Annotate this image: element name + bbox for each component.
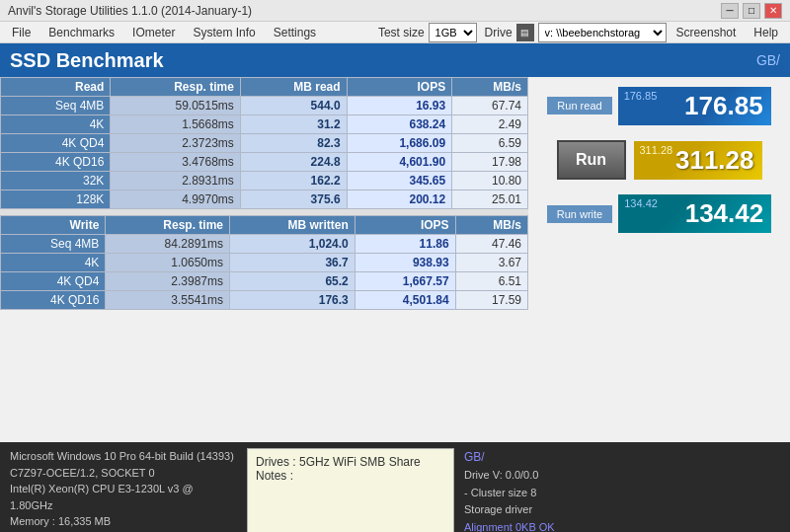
write-table-row: 4K1.0650ms36.7938.933.67 xyxy=(1,254,528,272)
notes-info: Notes : xyxy=(256,469,445,483)
read-cell-0-4: 67.74 xyxy=(452,97,528,115)
drive-info-line3: Storage driver xyxy=(464,501,780,519)
read-table-row: Seq 4MB59.0515ms544.016.9367.74 xyxy=(1,97,528,115)
read-cell-3-0: 4K QD16 xyxy=(1,153,111,172)
read-cell-5-0: 128K xyxy=(1,190,111,209)
menu-benchmarks[interactable]: Benchmarks xyxy=(40,23,122,42)
menu-bar: File Benchmarks IOmeter System Info Sett… xyxy=(0,22,790,43)
menu-settings[interactable]: Settings xyxy=(266,23,324,42)
read-cell-2-1: 2.3723ms xyxy=(111,134,241,153)
bottom-middle: Drives : 5GHz WiFi SMB Share Notes : xyxy=(247,448,454,532)
ssd-benchmark-title: SSD Benchmark xyxy=(10,49,164,72)
read-table-row: 4K QD163.4768ms224.84,601.9017.98 xyxy=(1,153,528,172)
test-size-control: Test size 1GB xyxy=(378,23,477,42)
read-score-display: 176.85 176.85 xyxy=(618,87,771,125)
read-cell-3-2: 224.8 xyxy=(240,153,347,172)
bottom-right: GB/ Drive V: 0.0/0.0 - Cluster size 8 St… xyxy=(464,448,780,532)
read-table: Read Resp. time MB read IOPS MB/s Seq 4M… xyxy=(0,77,528,209)
write-cell-0-1: 84.2891ms xyxy=(106,235,230,254)
ssd-header: SSD Benchmark GB/ xyxy=(0,43,790,77)
test-size-select[interactable]: 1GB xyxy=(429,23,477,42)
read-cell-4-0: 32K xyxy=(1,172,111,190)
write-table-row: Seq 4MB84.2891ms1,024.011.8647.46 xyxy=(1,235,528,254)
read-cell-5-4: 25.01 xyxy=(452,190,528,209)
total-score-display: 311.28 311.28 xyxy=(634,141,762,180)
read-cell-1-4: 2.49 xyxy=(452,115,528,134)
read-cell-2-2: 82.3 xyxy=(240,134,347,153)
total-score-small: 311.28 xyxy=(640,144,673,156)
read-score-big: 176.85 xyxy=(684,91,763,120)
run-button[interactable]: Run xyxy=(557,140,626,180)
close-button[interactable]: ✕ xyxy=(764,3,782,19)
read-table-row: 32K2.8931ms162.2345.6510.80 xyxy=(1,172,528,190)
read-cell-4-2: 162.2 xyxy=(240,172,347,190)
minimize-button[interactable]: ─ xyxy=(721,3,739,19)
write-header-mbs: MB/s xyxy=(455,216,527,235)
maximize-button[interactable]: □ xyxy=(743,3,760,19)
read-cell-1-2: 31.2 xyxy=(240,115,347,134)
read-cell-4-3: 345.65 xyxy=(347,172,452,190)
menu-help[interactable]: Help xyxy=(746,23,786,42)
write-cell-0-0: Seq 4MB xyxy=(1,235,106,254)
drive-select[interactable]: v: \\beebenchstorag xyxy=(538,23,667,42)
bottom-left: Microsoft Windows 10 Pro 64-bit Build (1… xyxy=(10,448,237,532)
write-header-label: Write xyxy=(1,216,106,235)
read-table-row: 128K4.9970ms375.6200.1225.01 xyxy=(1,190,528,209)
read-cell-3-4: 17.98 xyxy=(452,153,528,172)
run-read-button[interactable]: Run read xyxy=(547,97,611,114)
drive-label: Drive xyxy=(485,26,513,39)
write-cell-2-1: 2.3987ms xyxy=(106,272,230,291)
read-cell-2-0: 4K QD4 xyxy=(1,134,111,153)
title-bar-text: Anvil's Storage Utilities 1.1.0 (2014-Ja… xyxy=(8,4,252,18)
drive-info-line2: - Cluster size 8 xyxy=(464,485,780,502)
ssd-unit: GB/ xyxy=(756,52,780,68)
read-cell-2-4: 6.59 xyxy=(452,134,528,153)
sys-line4: Memory : 16,335 MB xyxy=(10,513,237,530)
read-cell-2-3: 1,686.09 xyxy=(347,134,452,153)
read-table-row: 4K QD42.3723ms82.31,686.096.59 xyxy=(1,134,528,153)
menu-iometer[interactable]: IOmeter xyxy=(124,23,183,42)
run-read-section: Run read 176.85 176.85 xyxy=(547,87,770,125)
drives-info: Drives : 5GHz WiFi SMB Share xyxy=(256,455,445,469)
read-cell-5-1: 4.9970ms xyxy=(111,190,241,209)
read-cell-0-2: 544.0 xyxy=(240,97,347,115)
title-bar: Anvil's Storage Utilities 1.1.0 (2014-Ja… xyxy=(0,0,790,22)
bottom-panel: Microsoft Windows 10 Pro 64-bit Build (1… xyxy=(0,442,790,532)
read-score-small: 176.85 xyxy=(624,90,658,102)
write-cell-1-1: 1.0650ms xyxy=(106,254,230,272)
read-header-label: Read xyxy=(1,78,111,97)
benchmark-table-area: Read Resp. time MB read IOPS MB/s Seq 4M… xyxy=(0,77,528,442)
main-content: Read Resp. time MB read IOPS MB/s Seq 4M… xyxy=(0,77,790,442)
read-cell-3-3: 4,601.90 xyxy=(347,153,452,172)
menu-file[interactable]: File xyxy=(4,23,39,42)
read-header-iops: IOPS xyxy=(347,78,452,97)
run-write-button[interactable]: Run write xyxy=(547,205,612,223)
write-score-display: 134.42 134.42 xyxy=(618,194,771,233)
write-table: Write Resp. time MB written IOPS MB/s Se… xyxy=(0,215,528,310)
write-cell-0-2: 1,024.0 xyxy=(229,235,355,254)
menu-system-info[interactable]: System Info xyxy=(185,23,263,42)
read-cell-1-3: 638.24 xyxy=(347,115,452,134)
read-cell-1-0: 4K xyxy=(1,115,111,134)
write-cell-1-0: 4K xyxy=(1,254,106,272)
write-cell-2-4: 6.51 xyxy=(455,272,527,291)
read-cell-3-1: 3.4768ms xyxy=(111,153,241,172)
total-score-big: 311.28 xyxy=(675,145,754,175)
read-cell-5-2: 375.6 xyxy=(240,190,347,209)
write-header-resp: Resp. time xyxy=(106,216,230,235)
run-write-section: Run write 134.42 134.42 xyxy=(547,194,771,233)
write-cell-2-2: 65.2 xyxy=(229,272,355,291)
write-cell-2-0: 4K QD4 xyxy=(1,272,106,291)
write-header-mb: MB written xyxy=(229,216,355,235)
sys-line1: Microsoft Windows 10 Pro 64-bit Build (1… xyxy=(10,448,237,465)
alignment-info: Alignment 0KB OK xyxy=(464,519,780,532)
run-section: Run 311.28 311.28 xyxy=(557,135,762,185)
write-table-row: 4K QD42.3987ms65.21,667.576.51 xyxy=(1,272,528,291)
menu-screenshot[interactable]: Screenshot xyxy=(669,23,745,42)
right-panel: Run read 176.85 176.85 Run 311.28 311.28… xyxy=(528,77,790,442)
read-cell-4-4: 10.80 xyxy=(452,172,528,190)
write-cell-3-4: 17.59 xyxy=(455,291,527,310)
write-cell-0-4: 47.46 xyxy=(455,235,527,254)
test-size-label: Test size xyxy=(378,26,425,39)
read-table-row: 4K1.5668ms31.2638.242.49 xyxy=(1,115,528,134)
